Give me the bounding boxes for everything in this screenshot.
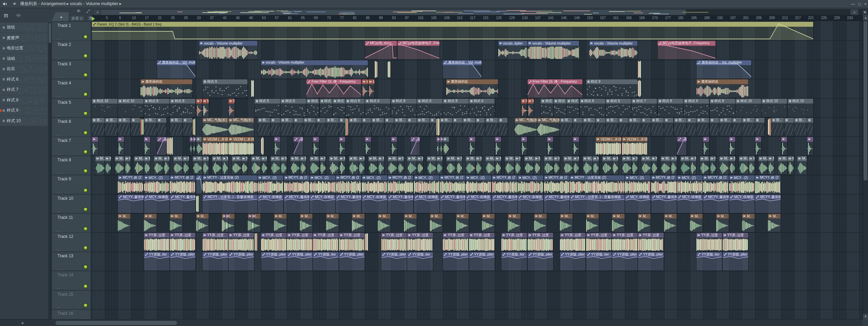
clip[interactable]: M..: [118, 214, 130, 232]
clip[interactable]: M..4: [251, 156, 261, 175]
chevron-down-icon[interactable]: ▼: [863, 314, 868, 319]
clip[interactable]: 样式 6: [469, 99, 495, 117]
clip[interactable]: M..4: [173, 156, 183, 175]
vertical-scrollbar-handle[interactable]: [864, 21, 867, 180]
clip[interactable]: 样式 6: [684, 99, 709, 117]
clip[interactable]: M..4: [495, 156, 501, 175]
clip[interactable]: M..4: [710, 156, 716, 175]
clip[interactable]: 最美丽的花: [141, 79, 192, 98]
clip[interactable]: 鼓..: [696, 118, 709, 136]
audio-clips-icon[interactable]: [16, 13, 21, 18]
clip[interactable]: M..4: [622, 156, 631, 175]
minimize-button[interactable]: —: [851, 2, 855, 6]
automation-icon[interactable]: [86, 9, 90, 15]
clip[interactable]: ..器: [157, 137, 166, 155]
track-lane[interactable]: [92, 271, 863, 290]
clip[interactable]: 样式 10: [736, 99, 761, 117]
pattern-list-item[interactable]: 鼓组: [0, 22, 48, 33]
clip[interactable]: MCYY..效 (2: [284, 175, 309, 194]
clip[interactable]: M..4: [417, 156, 423, 175]
clip[interactable]: vocals - Volume multiplier: [199, 41, 257, 59]
clip[interactable]: Param. EQ 2 (Slot 3) - BASS - Band 1 fre…: [92, 22, 813, 40]
track-header[interactable]: Track 6 ...: [52, 118, 91, 136]
track-header[interactable]: Track 3 ...: [52, 60, 91, 79]
clip[interactable]: M..: [586, 214, 599, 232]
clip[interactable]: Free Filter (S. 律 - Frequency: [306, 79, 361, 98]
clip[interactable]: M..4: [661, 156, 670, 175]
clip[interactable]: 样式 7: [320, 99, 332, 117]
clip[interactable]: [768, 118, 771, 136]
clip[interactable]: M..4: [358, 156, 365, 175]
clip[interactable]: M..4: [524, 156, 534, 175]
clip[interactable]: [144, 137, 150, 155]
clip[interactable]: YY原..过度: [170, 233, 195, 251]
patterns-icon[interactable]: [3, 13, 9, 20]
clip[interactable]: [407, 118, 417, 136]
clip[interactable]: M: [362, 79, 368, 98]
clip[interactable]: 样式 8: [170, 99, 195, 117]
track-status-dot[interactable]: [84, 189, 87, 192]
clip[interactable]: M..4: [476, 156, 482, 175]
clip[interactable]: 鼓..: [606, 118, 618, 136]
picker-scrollbar[interactable]: [48, 22, 51, 319]
clip[interactable]: MC..气氛(长): [203, 118, 228, 136]
clip[interactable]: MCY.. (2): [518, 175, 543, 194]
clip[interactable]: YY原版..plier: [469, 252, 495, 271]
clip[interactable]: M..4: [719, 156, 729, 175]
clip[interactable]: M..4: [271, 156, 280, 175]
track-header[interactable]: Track 7 ...: [52, 137, 91, 156]
clip[interactable]: M..4: [125, 156, 131, 175]
clip[interactable]: [388, 60, 390, 79]
clip[interactable]: 最美丽的花 - Vol..multiplier: [696, 60, 751, 79]
clip[interactable]: M..4: [329, 156, 339, 175]
clip[interactable]: MC..气氛(长): [537, 118, 560, 136]
clip[interactable]: ..器: [677, 137, 687, 155]
clip[interactable]: MCY..倍增器: [466, 195, 491, 213]
clip[interactable]: M..4: [583, 156, 592, 175]
clip[interactable]: [596, 118, 605, 136]
delete-icon[interactable]: [3, 0, 7, 0]
track-status-dot[interactable]: [84, 54, 87, 58]
clip[interactable]: 鼓..: [394, 118, 407, 136]
clip[interactable]: 鼓..: [794, 118, 807, 136]
track-status-dot[interactable]: [84, 265, 87, 269]
clip[interactable]: YY原..过度: [261, 233, 287, 251]
clip[interactable]: M..4: [544, 156, 553, 175]
clip[interactable]: [92, 137, 98, 155]
clip[interactable]: YY原版..lier: [586, 252, 612, 271]
clip[interactable]: [157, 118, 166, 136]
track-header[interactable]: Track 9 ...: [52, 175, 91, 194]
clip[interactable]: 鼓..: [771, 118, 784, 136]
clip[interactable]: [362, 118, 371, 136]
clip[interactable]: YY原..过度: [381, 233, 407, 251]
clip[interactable]: 最美丽的花 - Vol..multiplier: [157, 60, 195, 79]
add-pattern-button[interactable]: +: [21, 320, 24, 326]
clip[interactable]: YY原..过度: [407, 233, 433, 251]
clip[interactable]: M..4: [602, 156, 612, 175]
clip[interactable]: MC..气氛(长): [228, 118, 254, 136]
clip[interactable]: YY原版..plier: [638, 252, 663, 271]
clip[interactable]: [664, 118, 674, 136]
clip[interactable]: 最美丽的花 - Vol..multiplier: [443, 60, 481, 79]
clip[interactable]: 鼓..: [349, 118, 361, 136]
clip[interactable]: MC..气氛(长): [515, 118, 537, 136]
clip[interactable]: 样式 9: [586, 79, 638, 98]
track-header[interactable]: Track 12 ...: [52, 233, 91, 251]
clip[interactable]: 样式 9: [203, 79, 248, 98]
clip[interactable]: M..4: [593, 156, 599, 175]
clip[interactable]: 样式 7: [566, 99, 579, 117]
clip[interactable]: [131, 118, 141, 136]
clip[interactable]: [573, 118, 582, 136]
pattern-list-item[interactable]: 前后: [0, 64, 48, 74]
clip[interactable]: MCYY..量倍增: [651, 195, 677, 213]
clip[interactable]: M..4: [778, 156, 787, 175]
clip[interactable]: VEDM L..ill 08: [228, 137, 254, 155]
clip[interactable]: M..4: [768, 156, 774, 175]
arrangement-overview-scrollbar[interactable]: [100, 9, 868, 15]
clip[interactable]: [274, 137, 280, 155]
clip[interactable]: M..4: [300, 156, 306, 175]
clip[interactable]: M..4: [427, 156, 436, 175]
clip[interactable]: [443, 137, 449, 155]
track-header[interactable]: Track 14 ...: [52, 271, 91, 290]
clip[interactable]: M..4: [339, 156, 345, 175]
